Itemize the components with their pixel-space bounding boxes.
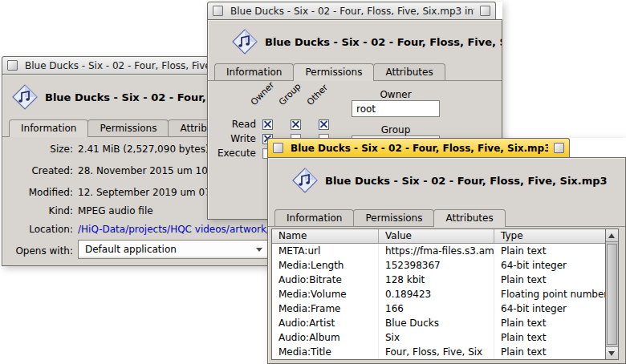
cell-name: META:url bbox=[272, 244, 379, 258]
titlebar[interactable]: Blue Ducks - Six - 02 - Four, Floss, Fiv… bbox=[207, 2, 496, 19]
info-window-attributes: Blue Ducks - Six - 02 - Four, Floss, Fiv… bbox=[267, 138, 626, 364]
table-row[interactable]: Media:Frame 166 64-bit integer bbox=[272, 301, 605, 316]
scrollbar-track[interactable] bbox=[606, 242, 618, 346]
perm-row-label: Write bbox=[214, 133, 256, 144]
table-header-row: Name Value Type bbox=[272, 229, 605, 244]
perm-row-label: Read bbox=[214, 119, 256, 130]
tab-permissions[interactable]: Permissions bbox=[293, 63, 374, 81]
cell-name: Audio:Artist bbox=[272, 316, 379, 330]
cell-name: Media:Volume bbox=[272, 287, 379, 301]
column-header-value[interactable]: Value bbox=[379, 229, 494, 243]
cell-type: Floating point number bbox=[494, 287, 605, 301]
titlebar[interactable]: Blue Ducks - Six - 02 - Four, Floss, Fiv… bbox=[267, 138, 570, 157]
scrollbar-thumb[interactable] bbox=[607, 244, 617, 345]
cell-value: 0.189423 bbox=[379, 287, 494, 301]
tab-information[interactable]: Information bbox=[214, 63, 294, 80]
checkbox-read-other[interactable] bbox=[319, 119, 329, 130]
column-header-type[interactable]: Type bbox=[494, 229, 605, 243]
tab-information[interactable]: Information bbox=[274, 209, 354, 226]
tab-permissions[interactable]: Permissions bbox=[353, 209, 434, 226]
dropdown-arrow-icon bbox=[256, 248, 262, 252]
tab-bar: Information Permissions Attributes bbox=[208, 63, 502, 81]
field-label: Location: bbox=[2, 224, 73, 235]
close-button-icon[interactable] bbox=[273, 143, 283, 153]
close-button-icon[interactable] bbox=[7, 60, 18, 71]
tab-attributes[interactable]: Attributes bbox=[373, 63, 445, 80]
table-row[interactable]: Audio:Bitrate 128 kbit Plain text bbox=[272, 273, 605, 287]
file-header: Blue Ducks - Six - 02 - Four, Floss, Fiv… bbox=[268, 158, 625, 203]
cell-name: Audio:Bitrate bbox=[272, 273, 379, 287]
vertical-scrollbar[interactable] bbox=[605, 229, 618, 359]
attributes-table-data: Name Value Type META:url https://fma-fil… bbox=[272, 229, 605, 359]
window-title: Blue Ducks - Six - 02 - Four, Floss, Fiv… bbox=[291, 143, 548, 154]
perm-col-group: Group bbox=[277, 81, 303, 107]
cell-name: Media:Title bbox=[272, 345, 379, 359]
table-row[interactable]: Media:Length 152398367 64-bit integer bbox=[272, 258, 605, 273]
zoom-button-icon[interactable] bbox=[480, 6, 490, 16]
attributes-table: Name Value Type META:url https://fma-fil… bbox=[271, 229, 619, 360]
perm-col-other: Other bbox=[305, 83, 330, 107]
group-field-label: Group bbox=[352, 124, 440, 135]
column-header-name[interactable]: Name bbox=[272, 229, 379, 243]
cell-type: Plain text bbox=[494, 345, 605, 359]
location-link[interactable]: /HiQ-Data/projects/HQC videos/artwork/So… bbox=[78, 224, 270, 235]
cell-type: 64-bit integer bbox=[494, 301, 605, 316]
scroll-down-button[interactable] bbox=[606, 346, 618, 359]
opens-with-dropdown[interactable]: Default application bbox=[78, 240, 269, 259]
cell-value: Blue Ducks bbox=[379, 316, 494, 330]
field-label: Created: bbox=[2, 165, 73, 176]
owner-field-value: root bbox=[356, 103, 376, 115]
table-row[interactable]: META:url https://fma-files.s3.am... Plai… bbox=[272, 244, 605, 258]
field-location: Location: /HiQ-Data/projects/HQC videos/… bbox=[2, 223, 270, 236]
perm-row-read: Read bbox=[214, 118, 329, 131]
cell-type: Plain text bbox=[494, 273, 605, 287]
cell-value: 128 kbit bbox=[379, 273, 494, 287]
cell-type: Plain text bbox=[494, 330, 605, 345]
opens-with-value: Default application bbox=[85, 244, 177, 255]
scroll-down-icon bbox=[608, 351, 615, 356]
file-name: Blue Ducks - Six - 02 - Four, Floss, Fiv… bbox=[265, 36, 502, 48]
owner-field-label: Owner bbox=[352, 89, 440, 100]
zoom-button-icon[interactable] bbox=[554, 143, 564, 153]
perm-col-owner: Owner bbox=[249, 79, 277, 107]
checkbox-read-owner[interactable] bbox=[262, 119, 273, 130]
field-label: Opens with: bbox=[2, 245, 73, 257]
window-body: Blue Ducks - Six - 02 - Four, Floss, Fiv… bbox=[267, 157, 626, 364]
cell-name: Media:Frame bbox=[272, 301, 379, 316]
field-label: Size: bbox=[2, 144, 73, 155]
cell-value: Six bbox=[379, 330, 494, 345]
close-button-icon[interactable] bbox=[213, 6, 223, 16]
field-label: Kind: bbox=[2, 205, 73, 216]
cell-name: Media:Length bbox=[272, 258, 379, 273]
cell-value: 166 bbox=[379, 301, 494, 316]
owner-field[interactable]: root bbox=[352, 100, 440, 117]
tab-bar: Information Permissions Attributes bbox=[268, 209, 625, 227]
cell-value: 152398367 bbox=[379, 258, 494, 273]
mp3-file-icon bbox=[12, 84, 38, 110]
desktop: Blue Ducks - Six - 02 - Four, Floss, Fiv… bbox=[0, 0, 626, 364]
file-name: Blue Ducks - Six - 02 - Four, Floss, Fiv… bbox=[325, 175, 608, 187]
perm-row-label: Execute bbox=[214, 148, 256, 159]
table-row[interactable]: Audio:Artist Blue Ducks Plain text bbox=[272, 316, 605, 330]
cell-value: Four, Floss, Five, Six bbox=[379, 345, 494, 359]
file-header: Blue Ducks - Six - 02 - Four, Floss, Fiv… bbox=[208, 20, 502, 63]
cell-type: Plain text bbox=[494, 316, 605, 330]
tab-information[interactable]: Information bbox=[9, 119, 88, 137]
mp3-file-icon bbox=[232, 29, 258, 55]
scroll-up-button[interactable] bbox=[606, 229, 618, 242]
table-row[interactable]: Media:Volume 0.189423 Floating point num… bbox=[272, 287, 605, 301]
field-label: Modified: bbox=[2, 187, 73, 198]
tab-permissions[interactable]: Permissions bbox=[87, 119, 169, 136]
cell-name: Audio:Album bbox=[272, 330, 379, 345]
cell-value: https://fma-files.s3.am... bbox=[379, 244, 494, 258]
cell-type: 64-bit integer bbox=[494, 258, 605, 273]
window-title: Blue Ducks - Six - 02 - Four, Floss, Fiv… bbox=[230, 6, 474, 17]
table-row[interactable]: Audio:Album Six Plain text bbox=[272, 330, 605, 345]
mp3-file-icon bbox=[292, 168, 318, 193]
table-row[interactable]: Media:Title Four, Floss, Five, Six Plain… bbox=[272, 345, 605, 359]
tab-attributes[interactable]: Attributes bbox=[433, 209, 505, 227]
cell-type: Plain text bbox=[494, 244, 605, 258]
checkbox-read-group[interactable] bbox=[291, 119, 301, 130]
scroll-up-icon bbox=[608, 233, 615, 238]
